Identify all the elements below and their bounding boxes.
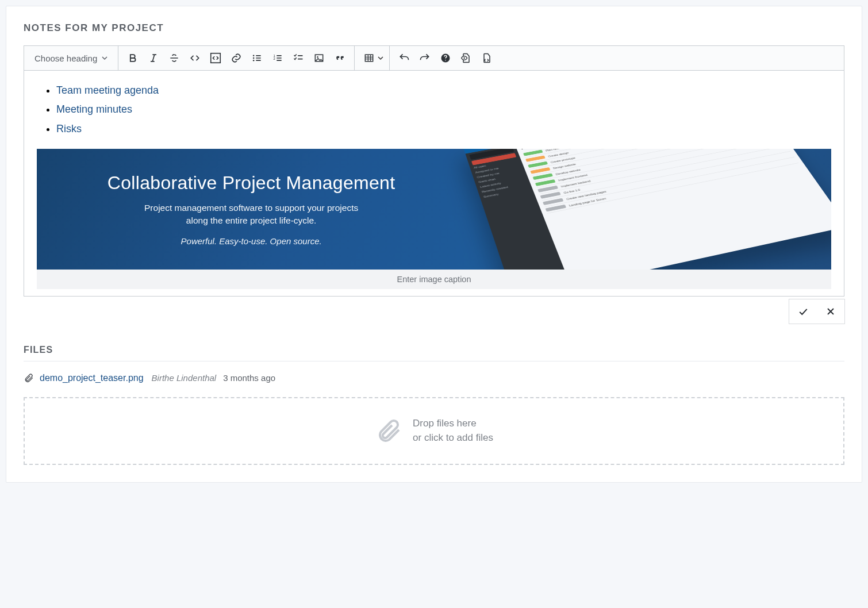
italic-button[interactable] xyxy=(144,49,163,67)
numbered-list-icon: 12 xyxy=(272,52,283,64)
rich-text-editor: Choose heading xyxy=(24,45,844,297)
svg-point-2 xyxy=(253,57,255,59)
editor-actions xyxy=(24,299,845,324)
source-icon xyxy=(481,52,493,64)
file-row: demo_project_teaser.png Birthe Lindentha… xyxy=(24,373,844,383)
check-icon xyxy=(797,306,809,317)
close-icon xyxy=(825,306,836,317)
banner-title: Collaborative Project Management xyxy=(107,172,395,194)
numbered-list-button[interactable]: 12 xyxy=(268,49,287,67)
image-button[interactable] xyxy=(309,49,329,67)
svg-point-10 xyxy=(445,60,446,61)
files-section: FILES demo_project_teaser.png Birthe Lin… xyxy=(24,345,844,465)
task-list-icon xyxy=(293,52,304,64)
help-button[interactable] xyxy=(436,49,455,67)
undo-icon xyxy=(398,52,410,64)
file-time: 3 months ago xyxy=(223,373,275,383)
svg-point-1 xyxy=(253,55,255,57)
paperclip-icon xyxy=(24,373,34,383)
svg-rect-0 xyxy=(211,53,221,63)
image-caption-input[interactable]: Enter image caption xyxy=(37,270,831,289)
svg-text:2: 2 xyxy=(274,57,275,60)
confirm-button[interactable] xyxy=(789,299,817,324)
help-icon xyxy=(440,52,451,64)
redo-button[interactable] xyxy=(415,49,435,67)
embedded-image: Collaborative Project Management Project… xyxy=(37,149,831,270)
source-button[interactable] xyxy=(477,49,497,67)
table-icon xyxy=(363,52,375,64)
svg-point-7 xyxy=(317,56,319,58)
file-author: Birthe Lindenthal xyxy=(152,373,217,383)
code-icon xyxy=(189,52,201,64)
chevron-down-icon xyxy=(378,55,383,61)
note-link[interactable]: Team meeting agenda xyxy=(56,81,831,100)
redo-icon xyxy=(419,52,431,64)
file-dropzone[interactable]: Drop files here or click to add files xyxy=(24,397,844,465)
undo-button[interactable] xyxy=(394,49,414,67)
link-button[interactable] xyxy=(226,49,246,67)
strikethrough-button[interactable] xyxy=(164,49,184,67)
code-block-icon xyxy=(209,52,222,64)
svg-rect-8 xyxy=(366,55,373,61)
bold-button[interactable] xyxy=(123,49,143,67)
link-icon xyxy=(231,52,242,64)
svg-point-3 xyxy=(253,60,255,61)
italic-icon xyxy=(148,52,159,64)
task-list-button[interactable] xyxy=(289,49,308,67)
bullet-list-button[interactable] xyxy=(247,49,267,67)
banner-subtitle: Project management software to support y… xyxy=(142,202,360,226)
files-heading: FILES xyxy=(24,345,844,361)
heading-dropdown-label: Choose heading xyxy=(34,53,97,63)
notes-panel: NOTES FOR MY PROJECT Choose heading xyxy=(6,6,862,483)
section-title: NOTES FOR MY PROJECT xyxy=(24,22,844,34)
note-link[interactable]: Risks xyxy=(56,120,831,138)
blockquote-button[interactable] xyxy=(330,49,349,67)
preview-icon xyxy=(460,52,472,64)
dropzone-text: Drop files here or click to add files xyxy=(413,417,493,445)
code-block-button[interactable] xyxy=(206,49,225,67)
note-link[interactable]: Meeting minutes xyxy=(56,100,831,119)
heading-dropdown[interactable]: Choose heading xyxy=(29,50,113,67)
chevron-down-icon xyxy=(102,55,107,61)
image-icon xyxy=(313,52,325,64)
cancel-button[interactable] xyxy=(817,299,844,324)
strikethrough-icon xyxy=(168,52,180,64)
quote-icon xyxy=(334,52,345,64)
editor-toolbar: Choose heading xyxy=(24,46,844,71)
paperclip-icon xyxy=(375,417,402,445)
code-inline-button[interactable] xyxy=(185,49,205,67)
editor-content[interactable]: Team meeting agenda Meeting minutes Risk… xyxy=(24,71,844,296)
notes-list: Team meeting agenda Meeting minutes Risk… xyxy=(37,81,831,138)
bullet-list-icon xyxy=(251,52,263,64)
embedded-image-block[interactable]: Collaborative Project Management Project… xyxy=(37,149,831,289)
preview-button[interactable] xyxy=(456,49,476,67)
svg-point-11 xyxy=(464,57,466,59)
file-name-link[interactable]: demo_project_teaser.png xyxy=(40,373,144,383)
bold-icon xyxy=(127,52,139,64)
banner-tagline: Powerful. Easy-to-use. Open source. xyxy=(181,236,322,246)
table-button[interactable] xyxy=(359,49,379,67)
